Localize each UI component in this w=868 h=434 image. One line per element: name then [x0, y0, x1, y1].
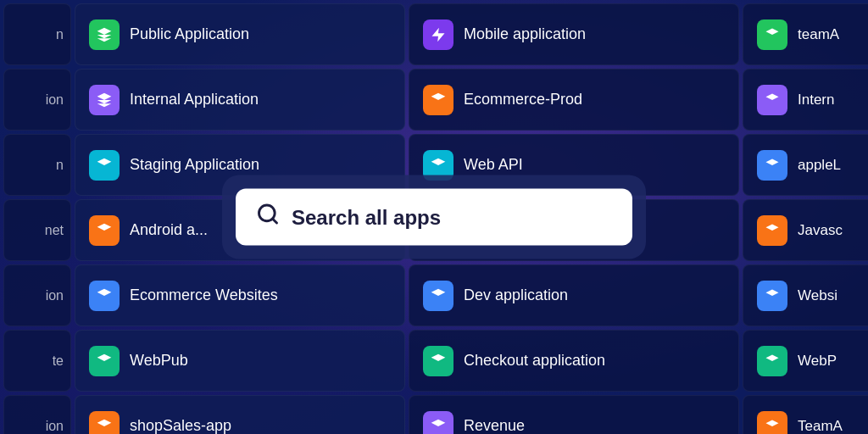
app-revenue[interactable]: Revenue	[409, 395, 739, 434]
app-ecommerce-prod[interactable]: Ecommerce-Prod	[409, 69, 739, 131]
app-name-android: Android a...	[130, 221, 208, 239]
partial-text-7: ion	[46, 419, 64, 434]
app-name-ecommerce-websites: Ecommerce Websites	[130, 287, 278, 304]
right-app-name-1: teamA	[798, 26, 839, 43]
right-app-name-7: TeamA	[798, 418, 843, 435]
left-partial-2: ion	[3, 69, 71, 131]
right-partial-6[interactable]: WebP	[743, 330, 868, 392]
app-icon-shopsales	[89, 411, 120, 435]
left-partial-1: n	[3, 3, 71, 65]
search-placeholder: Search all apps	[292, 205, 441, 229]
app-name-webpub: WebPub	[130, 352, 188, 370]
app-name-dev: Dev application	[464, 287, 568, 304]
app-icon-intern	[757, 85, 787, 115]
right-partial-4[interactable]: Javasc	[743, 199, 868, 261]
app-checkout-application[interactable]: Checkout application	[409, 330, 739, 392]
partial-text-2: ion	[46, 92, 64, 108]
left-partial-6: te	[3, 330, 71, 392]
right-app-name-5: Websi	[798, 287, 837, 304]
search-icon	[256, 203, 280, 232]
app-dev-application[interactable]: Dev application	[409, 264, 739, 326]
partial-text-5: ion	[46, 288, 64, 303]
search-box[interactable]: Search all apps	[236, 189, 632, 246]
app-name-web-api: Web API	[464, 156, 523, 174]
partial-text-1: n	[56, 27, 64, 42]
partial-text-6: te	[53, 353, 64, 369]
app-name-internal: Internal Application	[130, 91, 259, 108]
app-icon-webpub	[89, 346, 120, 376]
app-icon-dev	[423, 281, 453, 311]
app-name-mobile: Mobile application	[464, 25, 586, 43]
left-partial-5: ion	[3, 264, 71, 326]
app-icon-javasc	[757, 215, 787, 246]
app-ecommerce-websites[interactable]: Ecommerce Websites	[75, 264, 405, 326]
left-partial-7: ion	[3, 395, 71, 434]
app-icon-websi	[757, 281, 787, 311]
partial-text-3: n	[56, 158, 64, 173]
right-app-name-6: WebP	[798, 353, 837, 370]
app-name-shopsales: shopSales-app	[130, 417, 231, 434]
right-partial-7[interactable]: TeamA	[743, 395, 868, 434]
app-icon-staging	[89, 150, 120, 181]
right-app-name-3: appleL	[798, 157, 841, 174]
left-partial-3: n	[3, 134, 71, 196]
app-name-checkout: Checkout application	[464, 352, 605, 370]
app-icon-mobile	[423, 19, 453, 50]
app-icon-checkout	[423, 346, 453, 376]
right-app-name-4: Javasc	[798, 222, 843, 239]
app-icon-public	[89, 19, 120, 50]
app-icon-android	[89, 215, 120, 246]
app-name-public: Public Application	[130, 25, 249, 43]
app-name-ecommerce-prod: Ecommerce-Prod	[464, 91, 582, 108]
right-partial-1[interactable]: teamA	[743, 3, 868, 65]
app-icon-internal	[89, 85, 120, 115]
app-icon-team-a	[757, 19, 787, 50]
right-app-name-2: Intern	[798, 92, 834, 108]
svg-line-1	[272, 219, 276, 223]
right-partial-5[interactable]: Websi	[743, 264, 868, 326]
app-icon-applel	[757, 150, 787, 181]
app-icon-ecom-web	[89, 281, 120, 311]
app-mobile-application[interactable]: Mobile application	[409, 3, 739, 65]
app-shopsales[interactable]: shopSales-app	[75, 395, 405, 434]
left-partial-4: net	[3, 199, 71, 261]
app-icon-teama	[757, 411, 787, 435]
app-internal-application[interactable]: Internal Application	[75, 69, 405, 131]
app-icon-webp	[757, 346, 787, 376]
right-partial-3[interactable]: appleL	[743, 134, 868, 196]
app-name-staging: Staging Application	[130, 156, 259, 174]
right-partial-2[interactable]: Intern	[743, 69, 868, 131]
search-overlay: Search all apps	[222, 175, 646, 259]
app-name-revenue: Revenue	[464, 417, 525, 434]
partial-text-4: net	[45, 223, 64, 238]
app-webpub[interactable]: WebPub	[75, 330, 405, 392]
app-icon-ecommerce-prod	[423, 85, 453, 115]
app-public-application[interactable]: Public Application	[75, 3, 405, 65]
app-icon-revenue	[423, 411, 453, 435]
